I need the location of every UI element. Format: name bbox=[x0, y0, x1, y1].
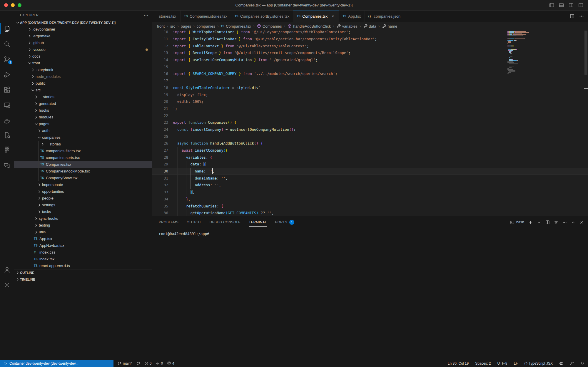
activity-run-and-debug-icon[interactable] bbox=[0, 68, 14, 81]
close-icon[interactable]: × bbox=[330, 14, 335, 19]
code-editor[interactable]: 10import { WithTopBarContainer } from '@… bbox=[152, 31, 588, 216]
status-warnings[interactable]: 0 bbox=[156, 361, 163, 366]
tree-item--devcontainer[interactable]: .devcontainer bbox=[14, 26, 152, 33]
workspace-section-header[interactable]: APP [CONTAINER DEV-TWENTY-DEV (DEV-TWENT… bbox=[14, 19, 152, 26]
minimap[interactable] bbox=[507, 31, 532, 75]
breadcrumb-item-companies-tsx[interactable]: ›TSCompanies.tsx bbox=[215, 24, 251, 29]
activity-source-control-icon[interactable]: 1 bbox=[0, 53, 14, 66]
code-line-36[interactable]: 36 getOperationName(GET_COMPANIES) ?? ''… bbox=[152, 210, 588, 216]
code-line-35[interactable]: 35 refetchQueries: [ bbox=[152, 202, 588, 210]
tree-item-appnavbar-tsx[interactable]: TSAppNavbar.tsx bbox=[14, 242, 152, 249]
activity-extensions-icon[interactable] bbox=[0, 83, 14, 96]
breadcrumb-item-variables[interactable]: ›variables bbox=[331, 24, 358, 29]
tree-item--stories-[interactable]: __stories__ bbox=[14, 93, 152, 100]
tree-item-settings[interactable]: settings bbox=[14, 202, 152, 208]
tree-item-companyshow-tsx[interactable]: TSCompanyShow.tsx bbox=[14, 175, 152, 181]
tree-item-app-tsx[interactable]: TSApp.tsx bbox=[14, 235, 152, 242]
status-git-sync[interactable] bbox=[136, 361, 140, 366]
tree-item-impersonate[interactable]: impersonate bbox=[14, 181, 152, 188]
titlebar-toggle-panel-icon[interactable] bbox=[559, 3, 564, 8]
activity-dev-containers-icon[interactable] bbox=[0, 129, 14, 142]
status-language-mode[interactable]: { }TypeScript JSX bbox=[524, 361, 553, 366]
status-indentation[interactable]: Spaces: 2 bbox=[475, 361, 491, 366]
status-eol[interactable]: LF bbox=[514, 361, 518, 366]
activity-comments-icon[interactable] bbox=[0, 159, 14, 172]
breadcrumb-item-data[interactable]: ›data bbox=[358, 24, 376, 29]
code-line-26[interactable]: 26 async function handleAddButtonClick()… bbox=[152, 140, 588, 147]
minimize-window-button[interactable] bbox=[11, 3, 15, 7]
editor-scrollbar[interactable] bbox=[584, 31, 587, 75]
activity-search-icon[interactable] bbox=[0, 38, 14, 51]
terminal-output[interactable]: root@0a42ecd84891:/app# bbox=[152, 228, 588, 360]
maximize-panel-icon[interactable] bbox=[571, 220, 575, 224]
code-line-27[interactable]: 27 await insertCompany({ bbox=[152, 147, 588, 154]
tree-item-public[interactable]: public bbox=[14, 80, 152, 87]
tree-item-sync-hooks[interactable]: sync-hooks bbox=[14, 215, 152, 222]
tree-item--github[interactable]: .github bbox=[14, 39, 152, 46]
activity-figma-icon[interactable] bbox=[0, 143, 14, 156]
breadcrumb-item-companies[interactable]: ›companies bbox=[191, 24, 215, 29]
tree-item-hooks[interactable]: hooks bbox=[14, 107, 152, 114]
code-line-25[interactable]: 25 bbox=[152, 133, 588, 140]
tree-item-utils[interactable]: utils bbox=[14, 229, 152, 235]
tree-item--storybook[interactable]: .storybook bbox=[14, 66, 152, 73]
launch-profile-dropdown-icon[interactable] bbox=[537, 220, 541, 224]
breadcrumb-item-src[interactable]: ›src bbox=[165, 24, 175, 29]
tree-item-testing[interactable]: testing bbox=[14, 222, 152, 229]
code-line-31[interactable]: 31 domainName: '', bbox=[152, 175, 588, 182]
tree-item-tasks[interactable]: tasks bbox=[14, 208, 152, 215]
code-line-22[interactable]: 22 bbox=[152, 112, 588, 119]
breadcrumb-item-handleaddbuttonclick[interactable]: ›handleAddButtonClick bbox=[282, 24, 331, 29]
tab-companies-stories-tsx[interactable]: TSCompanies.stories.tsx bbox=[181, 11, 231, 22]
tree-item-companies[interactable]: companies bbox=[14, 134, 152, 141]
code-line-21[interactable]: 21`; bbox=[152, 105, 588, 112]
breadcrumb-item-name[interactable]: ›name bbox=[376, 24, 397, 29]
panel-tab-terminal[interactable]: TERMINAL bbox=[249, 216, 267, 228]
code-line-23[interactable]: 23export function Companies() { bbox=[152, 119, 588, 126]
split-editor-icon[interactable] bbox=[570, 14, 574, 19]
code-line-30[interactable]: 30 name: '', bbox=[152, 168, 588, 175]
status-git-branch[interactable]: main* bbox=[118, 361, 132, 366]
activity-settings-icon[interactable] bbox=[0, 279, 14, 291]
tree-item-companies-tsx[interactable]: TSCompanies.tsx bbox=[14, 161, 152, 168]
code-line-17[interactable]: 17 bbox=[152, 77, 588, 84]
activity-accounts-icon[interactable] bbox=[0, 263, 14, 276]
tree-item-companies-filters-tsx[interactable]: TScompanies-filters.tsx bbox=[14, 148, 152, 154]
terminal-more-actions-icon[interactable] bbox=[562, 220, 567, 224]
tab-companies-tsx[interactable]: TSCompanies.tsx× bbox=[293, 11, 339, 22]
tab-companies-json[interactable]: {}companies.json bbox=[365, 11, 404, 22]
remote-indicator[interactable]: Container dev-twenty-dev (dev-twenty-dev… bbox=[0, 360, 113, 367]
tree-item-modules[interactable]: modules bbox=[14, 114, 152, 120]
new-terminal-button[interactable] bbox=[528, 220, 533, 224]
tree-item-auth[interactable]: auth bbox=[14, 127, 152, 134]
panel-tab-debug-console[interactable]: DEBUG CONSOLE bbox=[210, 216, 241, 228]
status-errors[interactable]: 0 bbox=[144, 361, 152, 366]
tree-item-front[interactable]: front bbox=[14, 60, 152, 66]
code-line-28[interactable]: 28 variables: { bbox=[152, 154, 588, 161]
split-terminal-icon[interactable] bbox=[545, 220, 550, 224]
explorer-more-actions-icon[interactable]: ⋯ bbox=[144, 12, 148, 18]
code-line-32[interactable]: 32 address: '', bbox=[152, 182, 588, 189]
tree-item-opportunities[interactable]: opportunities bbox=[14, 188, 152, 195]
breadcrumb-item-front[interactable]: front bbox=[157, 24, 165, 29]
tree-item-people[interactable]: people bbox=[14, 195, 152, 202]
status-encoding[interactable]: UTF-8 bbox=[497, 361, 507, 366]
tree-item-src[interactable]: src bbox=[14, 87, 152, 93]
tree-item-index-tsx[interactable]: TSindex.tsx bbox=[14, 256, 152, 262]
tree-item-companiesmockmode-tsx[interactable]: TSCompaniesMockMode.tsx bbox=[14, 168, 152, 175]
activity-explorer-icon[interactable] bbox=[0, 22, 14, 35]
close-window-button[interactable] bbox=[4, 3, 8, 7]
tab-app-tsx[interactable]: TSApp.tsx bbox=[339, 11, 365, 22]
tree-item-pages[interactable]: pages bbox=[14, 120, 152, 127]
sidebar-section-timeline[interactable]: TIMELINE bbox=[14, 276, 152, 283]
sidebar-section-outline[interactable]: OUTLINE bbox=[14, 269, 152, 276]
titlebar-customize-layout-icon[interactable] bbox=[578, 3, 583, 8]
code-line-18[interactable]: 18const StyledTableContainer = styled.di… bbox=[152, 84, 588, 91]
status-cursor-position[interactable]: Ln 30, Col 19 bbox=[448, 361, 469, 366]
code-line-29[interactable]: 29 data: { bbox=[152, 161, 588, 168]
code-line-33[interactable]: 33 }, bbox=[152, 189, 588, 196]
tree-item-generated[interactable]: generated bbox=[14, 100, 152, 107]
panel-tab-ports[interactable]: PORTS1 bbox=[275, 216, 294, 228]
tab-stories-tsx[interactable]: stories.tsx bbox=[152, 11, 181, 22]
breadcrumb-item-companies[interactable]: ›Companies bbox=[251, 24, 282, 29]
